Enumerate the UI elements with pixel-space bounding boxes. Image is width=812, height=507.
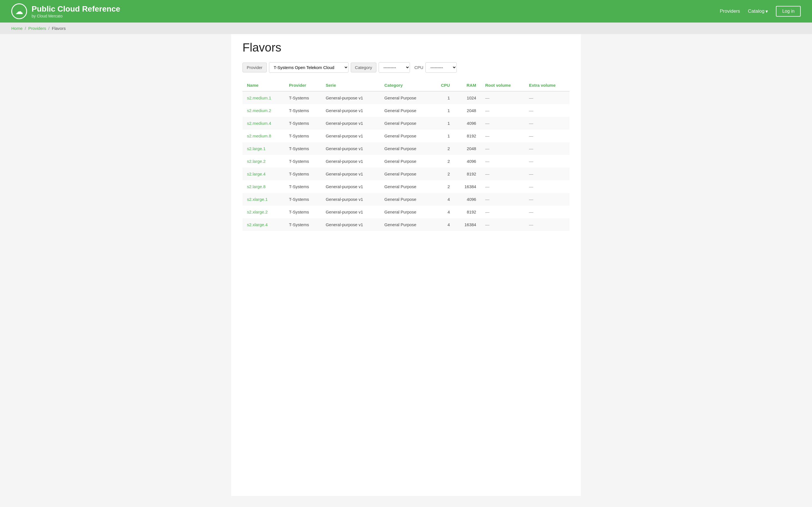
cell-serie: General-purpose v1: [321, 91, 380, 104]
cell-name: s2.xlarge.4: [243, 218, 285, 231]
cell-extra-volume: —: [524, 129, 569, 142]
cell-root-volume: —: [481, 180, 524, 193]
flavor-link[interactable]: s2.xlarge.2: [247, 210, 267, 214]
flavor-link[interactable]: s2.medium.1: [247, 96, 271, 100]
cell-provider: T-Systems: [285, 117, 321, 129]
table-row: s2.medium.4T-SystemsGeneral-purpose v1Ge…: [243, 117, 569, 129]
cell-extra-volume: —: [524, 218, 569, 231]
cell-category: General Purpose: [380, 104, 432, 117]
cell-ram: 2048: [455, 142, 481, 155]
flavor-link[interactable]: s2.xlarge.4: [247, 222, 267, 227]
cell-name: s2.large.1: [243, 142, 285, 155]
breadcrumb-providers[interactable]: Providers: [28, 26, 46, 31]
header-title-area: Public Cloud Reference by Cloud Mercato: [32, 4, 120, 18]
provider-filter-label: Provider: [243, 62, 267, 72]
cell-provider: T-Systems: [285, 206, 321, 218]
cell-category: General Purpose: [380, 218, 432, 231]
breadcrumb-current: Flavors: [52, 26, 66, 31]
cell-name: s2.large.2: [243, 155, 285, 168]
flavor-link[interactable]: s2.large.2: [247, 159, 266, 164]
cell-ram: 4096: [455, 117, 481, 129]
nav-providers[interactable]: Providers: [720, 8, 740, 14]
col-header-name: Name: [243, 79, 285, 91]
cell-serie: General-purpose v1: [321, 117, 380, 129]
cell-extra-volume: —: [524, 180, 569, 193]
cell-root-volume: —: [481, 142, 524, 155]
cell-provider: T-Systems: [285, 168, 321, 180]
chevron-down-icon: ▾: [765, 8, 768, 14]
breadcrumb-bar: Home / Providers / Flavors: [0, 22, 812, 34]
table-row: s2.large.4T-SystemsGeneral-purpose v1Gen…: [243, 168, 569, 180]
cell-provider: T-Systems: [285, 129, 321, 142]
flavor-link[interactable]: s2.medium.4: [247, 121, 271, 126]
table-row: s2.large.8T-SystemsGeneral-purpose v1Gen…: [243, 180, 569, 193]
flavor-link[interactable]: s2.xlarge.1: [247, 197, 267, 202]
col-header-ram: RAM: [455, 79, 481, 91]
cell-cpu: 1: [432, 104, 455, 117]
app-subtitle: by Cloud Mercato: [32, 14, 120, 18]
cpu-select[interactable]: ---------: [425, 62, 457, 73]
cell-extra-volume: —: [524, 142, 569, 155]
col-header-category: Category: [380, 79, 432, 91]
cell-name: s2.large.8: [243, 180, 285, 193]
cell-serie: General-purpose v1: [321, 193, 380, 206]
flavor-link[interactable]: s2.large.8: [247, 184, 266, 189]
cell-root-volume: —: [481, 91, 524, 104]
table-row: s2.xlarge.4T-SystemsGeneral-purpose v1Ge…: [243, 218, 569, 231]
cell-name: s2.xlarge.1: [243, 193, 285, 206]
breadcrumb: Home / Providers / Flavors: [11, 26, 801, 31]
cell-root-volume: —: [481, 168, 524, 180]
cell-cpu: 2: [432, 155, 455, 168]
cell-name: s2.large.4: [243, 168, 285, 180]
cell-name: s2.medium.8: [243, 129, 285, 142]
nav-catalog[interactable]: Catalog ▾: [748, 8, 768, 14]
cell-provider: T-Systems: [285, 155, 321, 168]
page-title: Flavors: [243, 41, 569, 54]
main-nav: Providers Catalog ▾ Log in: [720, 6, 801, 17]
cell-root-volume: —: [481, 129, 524, 142]
category-select[interactable]: ---------: [378, 62, 410, 73]
col-header-provider: Provider: [285, 79, 321, 91]
main-content: Flavors Provider T-Systems Open Telekom …: [231, 34, 581, 496]
cell-name: s2.medium.1: [243, 91, 285, 104]
cell-serie: General-purpose v1: [321, 155, 380, 168]
cell-cpu: 2: [432, 168, 455, 180]
flavor-link[interactable]: s2.medium.2: [247, 108, 271, 113]
login-button[interactable]: Log in: [776, 6, 801, 17]
cell-name: s2.medium.4: [243, 117, 285, 129]
col-header-cpu: CPU: [432, 79, 455, 91]
provider-select[interactable]: T-Systems Open Telekom Cloud: [269, 62, 349, 73]
cell-root-volume: —: [481, 193, 524, 206]
logo-area: ☁ Public Cloud Reference by Cloud Mercat…: [11, 3, 120, 19]
cell-category: General Purpose: [380, 168, 432, 180]
catalog-label: Catalog: [748, 8, 765, 14]
table-row: s2.large.1T-SystemsGeneral-purpose v1Gen…: [243, 142, 569, 155]
cell-category: General Purpose: [380, 91, 432, 104]
cell-extra-volume: —: [524, 104, 569, 117]
cell-cpu: 1: [432, 129, 455, 142]
breadcrumb-home[interactable]: Home: [11, 26, 22, 31]
cell-serie: General-purpose v1: [321, 206, 380, 218]
app-title: Public Cloud Reference: [32, 4, 120, 14]
cell-root-volume: —: [481, 117, 524, 129]
flavor-link[interactable]: s2.large.4: [247, 172, 266, 176]
flavor-link[interactable]: s2.medium.8: [247, 133, 271, 138]
cell-extra-volume: —: [524, 206, 569, 218]
cell-category: General Purpose: [380, 129, 432, 142]
table-row: s2.medium.2T-SystemsGeneral-purpose v1Ge…: [243, 104, 569, 117]
cell-name: s2.medium.2: [243, 104, 285, 117]
flavor-link[interactable]: s2.large.1: [247, 146, 266, 151]
cell-provider: T-Systems: [285, 193, 321, 206]
cell-extra-volume: —: [524, 155, 569, 168]
cell-cpu: 4: [432, 206, 455, 218]
cell-cpu: 2: [432, 142, 455, 155]
table-row: s2.xlarge.2T-SystemsGeneral-purpose v1Ge…: [243, 206, 569, 218]
table-body: s2.medium.1T-SystemsGeneral-purpose v1Ge…: [243, 91, 569, 231]
cell-serie: General-purpose v1: [321, 142, 380, 155]
cell-cpu: 4: [432, 193, 455, 206]
cell-root-volume: —: [481, 218, 524, 231]
cell-serie: General-purpose v1: [321, 168, 380, 180]
logo-icon: ☁: [11, 3, 27, 19]
cell-serie: General-purpose v1: [321, 218, 380, 231]
cell-provider: T-Systems: [285, 91, 321, 104]
